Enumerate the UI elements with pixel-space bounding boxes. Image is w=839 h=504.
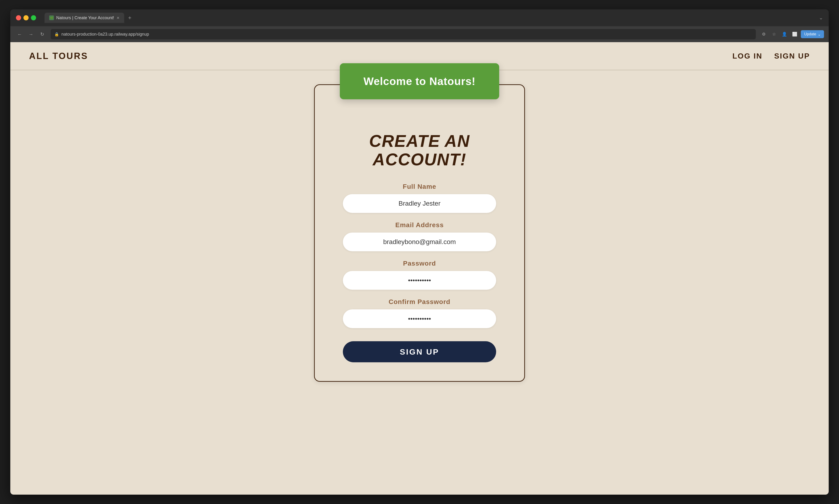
signup-submit-button[interactable]: SIGN UP: [343, 341, 496, 362]
active-tab[interactable]: 🌿 Natours | Create Your Account! ✕: [45, 13, 124, 23]
back-button[interactable]: ←: [15, 30, 24, 39]
lock-icon: 🔒: [54, 32, 59, 37]
traffic-lights: [16, 15, 36, 20]
nav-buttons: ← → ↻: [15, 30, 47, 39]
back-icon: ←: [17, 32, 22, 37]
sidebar-icon[interactable]: ⬜: [790, 30, 799, 38]
address-bar[interactable]: 🔒 natours-production-0a23.up.railway.app…: [51, 29, 756, 39]
refresh-button[interactable]: ↻: [37, 30, 47, 39]
tab-bar: 🌿 Natours | Create Your Account! ✕ +: [45, 13, 815, 23]
tab-close-icon[interactable]: ✕: [117, 16, 120, 20]
confirm-password-input[interactable]: [343, 309, 496, 328]
main-content: Welcome to Natours! CREATE AN ACCOUNT! F…: [10, 70, 829, 400]
email-input[interactable]: [343, 233, 496, 251]
forward-icon: →: [29, 32, 33, 37]
confirm-password-group: Confirm Password: [343, 298, 496, 328]
title-bar: 🌿 Natours | Create Your Account! ✕ + ⌄: [10, 10, 829, 26]
signup-form-card: CREATE AN ACCOUNT! Full Name Email Addre…: [314, 84, 525, 382]
welcome-text: Welcome to Natours!: [364, 75, 475, 87]
update-button[interactable]: Update ⌄: [801, 30, 824, 38]
password-label: Password: [343, 260, 496, 267]
password-group: Password: [343, 260, 496, 290]
new-tab-button[interactable]: +: [125, 13, 135, 22]
nav-links: LOG IN SIGN UP: [732, 52, 810, 60]
full-name-input[interactable]: [343, 194, 496, 213]
confirm-password-label: Confirm Password: [343, 298, 496, 306]
extensions-icon[interactable]: ⚙: [759, 30, 768, 38]
window-controls: ⌄: [819, 15, 823, 21]
full-name-label: Full Name: [343, 183, 496, 191]
email-label: Email Address: [343, 221, 496, 229]
browser-window: 🌿 Natours | Create Your Account! ✕ + ⌄ ←…: [10, 10, 829, 494]
tab-title: Natours | Create Your Account!: [56, 16, 114, 20]
forward-button[interactable]: →: [26, 30, 36, 39]
form-title: CREATE AN ACCOUNT!: [343, 132, 496, 169]
update-label: Update: [804, 32, 816, 36]
welcome-banner: Welcome to Natours!: [340, 63, 499, 99]
minimize-button[interactable]: [23, 15, 29, 20]
form-title-line2: ACCOUNT!: [373, 150, 466, 169]
bookmark-icon[interactable]: ☆: [770, 30, 778, 38]
password-input[interactable]: [343, 271, 496, 290]
close-button[interactable]: [16, 15, 21, 20]
site-logo[interactable]: ALL TOURS: [29, 51, 88, 61]
browser-nav-actions: ⚙ ☆ 👤 ⬜ Update ⌄: [759, 30, 824, 38]
signup-link[interactable]: SIGN UP: [774, 52, 810, 60]
login-link[interactable]: LOG IN: [732, 52, 762, 60]
update-chevron-icon: ⌄: [818, 32, 821, 37]
email-group: Email Address: [343, 221, 496, 251]
profile-icon[interactable]: 👤: [780, 30, 789, 38]
browser-nav-bar: ← → ↻ 🔒 natours-production-0a23.up.railw…: [10, 26, 829, 42]
tab-favicon: 🌿: [49, 16, 54, 20]
refresh-icon: ↻: [40, 31, 44, 37]
page-content: ALL TOURS LOG IN SIGN UP Welcome to Nato…: [10, 42, 829, 494]
url-text: natours-production-0a23.up.railway.app/s…: [62, 32, 149, 37]
form-title-line1: CREATE AN: [369, 132, 470, 150]
maximize-button[interactable]: [31, 15, 36, 20]
full-name-group: Full Name: [343, 183, 496, 213]
